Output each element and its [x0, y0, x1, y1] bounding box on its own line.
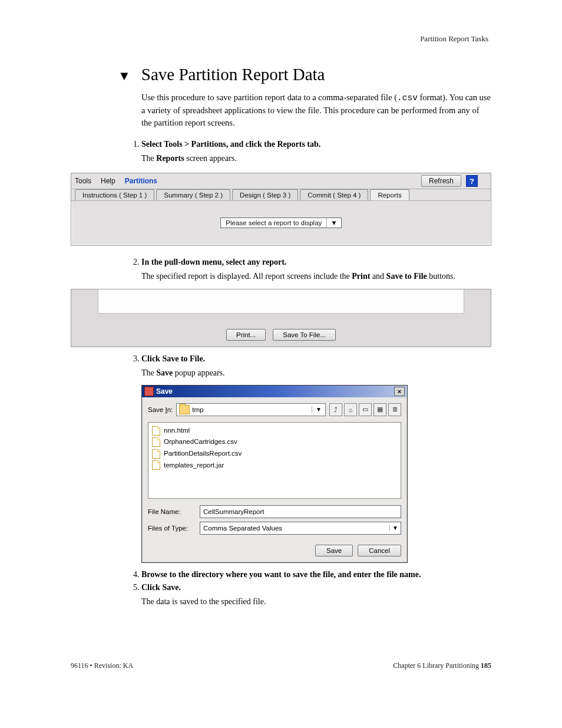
- steps-list-4: Browse to the directory where you want t…: [130, 570, 491, 608]
- folder-icon: [179, 405, 190, 414]
- chevron-down-icon: ▼: [389, 525, 401, 531]
- steps-list: Select Tools > Partitions, and click the…: [130, 140, 491, 164]
- steps-list-3: Click Save to File. The Save popup appea…: [130, 354, 491, 379]
- step-1: Select Tools > Partitions, and click the…: [141, 140, 491, 164]
- dialog-titlebar: Save ×: [142, 386, 407, 397]
- tab-commit[interactable]: Commit ( Step 4 ): [300, 189, 368, 200]
- step-5: Click Save. The data is saved to the spe…: [141, 583, 491, 608]
- menu-partitions[interactable]: Partitions: [125, 177, 157, 185]
- running-header: Partition Report Tasks: [420, 34, 488, 44]
- menu-help[interactable]: Help: [101, 177, 115, 185]
- filename-label: File Name:: [148, 508, 195, 515]
- menu-tools[interactable]: Tools: [75, 177, 91, 185]
- file-entry[interactable]: templates_report.jar: [152, 460, 397, 472]
- section-title: ▼ Save Partition Report Data: [118, 65, 491, 84]
- title-text: Save Partition Report Data: [141, 65, 325, 84]
- intro-paragraph: Use this procedure to save partition rep…: [141, 91, 491, 129]
- file-entry[interactable]: nnn.html: [152, 425, 397, 437]
- report-select-text: Please select a report to display: [221, 218, 326, 228]
- tab-row: Instructions ( Step 1 ) Summary ( Step 2…: [71, 189, 491, 201]
- footer-right: Chapter 6 Library Partitioning 185: [393, 661, 491, 670]
- reports-screen: Tools Help Partitions Refresh ? Instruct…: [71, 173, 491, 246]
- step-2: In the pull-down menu, select any report…: [141, 258, 491, 282]
- report-select[interactable]: Please select a report to display ▼: [220, 218, 341, 228]
- save-in-combo[interactable]: tmp ▼: [176, 403, 326, 416]
- filetype-label: Files of Type:: [148, 525, 195, 532]
- print-button[interactable]: Print...: [226, 329, 266, 341]
- page-footer: 96116 • Revision: KA Chapter 6 Library P…: [71, 661, 491, 670]
- file-entry[interactable]: PartitionDetailsReport.csv: [152, 448, 397, 460]
- grid-view-icon[interactable]: ▦: [373, 403, 386, 416]
- home-icon[interactable]: ⌂: [344, 403, 357, 416]
- file-icon: [152, 460, 160, 470]
- new-folder-icon[interactable]: ▭: [359, 403, 372, 416]
- dialog-title: Save: [156, 387, 173, 396]
- steps-list-2: In the pull-down menu, select any report…: [130, 258, 491, 282]
- file-icon: [152, 449, 160, 459]
- list-view-icon[interactable]: ≣: [388, 403, 401, 416]
- save-to-file-button[interactable]: Save To File...: [273, 329, 336, 341]
- chevron-down-icon: ▼: [326, 218, 340, 228]
- file-list[interactable]: nnn.html OrphanedCartridges.csv Partitio…: [148, 422, 401, 499]
- menubar: Tools Help Partitions Refresh ?: [71, 173, 491, 189]
- footer-left: 96116 • Revision: KA: [71, 661, 393, 670]
- close-icon[interactable]: ×: [394, 387, 405, 396]
- report-preview-area: [98, 289, 464, 314]
- filetype-combo[interactable]: Comma Separated Values ▼: [200, 522, 401, 535]
- save-in-label: Save In:: [148, 406, 173, 413]
- cancel-button[interactable]: Cancel: [358, 545, 401, 556]
- tab-summary[interactable]: Summary ( Step 2 ): [156, 189, 230, 200]
- save-button[interactable]: Save: [315, 545, 353, 556]
- tab-reports[interactable]: Reports: [370, 189, 409, 200]
- up-folder-icon[interactable]: ⤴: [329, 403, 342, 416]
- file-icon: [152, 437, 160, 447]
- refresh-button[interactable]: Refresh: [421, 175, 461, 187]
- file-icon: [152, 426, 160, 436]
- help-icon[interactable]: ?: [466, 175, 478, 187]
- app-icon: [144, 387, 154, 396]
- triangle-down-icon: ▼: [118, 68, 131, 84]
- filename-input[interactable]: CellSummaryReport: [200, 505, 401, 518]
- chevron-down-icon: ▼: [312, 406, 325, 413]
- file-entry[interactable]: OrphanedCartridges.csv: [152, 436, 397, 448]
- tab-design[interactable]: Design ( Step 3 ): [232, 189, 298, 200]
- step-4: Browse to the directory where you want t…: [141, 570, 491, 579]
- step-3: Click Save to File. The Save popup appea…: [141, 354, 491, 379]
- save-in-value: tmp: [192, 406, 312, 413]
- report-buttons-screen: Print... Save To File...: [71, 289, 491, 347]
- tab-instructions[interactable]: Instructions ( Step 1 ): [75, 189, 154, 200]
- save-dialog: Save × Save In: tmp ▼ ⤴ ⌂ ▭ ▦ ≣: [141, 385, 408, 563]
